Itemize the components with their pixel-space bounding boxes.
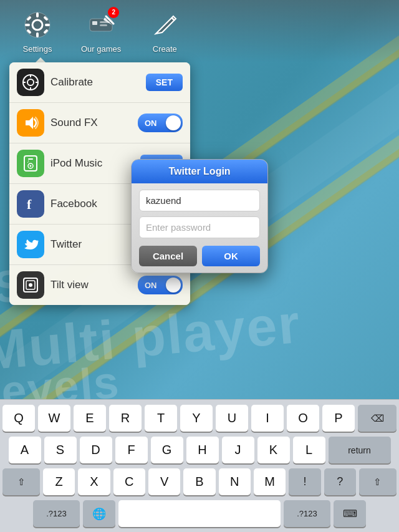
svg-point-35 [29,283,32,287]
keyboard-hide-key[interactable]: ⌨ [334,500,366,527]
key-g[interactable]: G [151,437,183,463]
settings-icon [22,9,53,41]
username-input[interactable] [139,190,260,211]
key-z[interactable]: Z [43,468,75,495]
sound-label: Sound FX [50,117,132,129]
svg-text:♪: ♪ [27,158,29,164]
settings-row-sound: Sound FX ON [9,103,190,143]
create-icon [149,9,180,41]
svg-rect-13 [100,24,107,26]
dialog-title-bar: Twitter Login [132,160,267,183]
twitter-label: Twitter [50,238,132,251]
ipod-label: iPod Music [50,157,134,170]
key-y[interactable]: Y [180,405,213,432]
dialog-title: Twitter Login [168,166,230,177]
svg-marker-24 [26,117,33,129]
tilt-toggle[interactable]: ON [138,276,183,294]
our-games-icon: 2 [85,9,117,41]
key-s[interactable]: S [44,437,77,463]
badge: 2 [108,7,119,18]
sound-icon [17,109,44,137]
keyboard-row-2: A S D F G H J K L return [2,437,397,463]
tilt-toggle-label: ON [145,281,157,290]
tilt-toggle-thumb [166,278,181,293]
svg-text:f: f [27,196,32,212]
sound-toggle[interactable]: ON [138,114,183,132]
exclamation-key[interactable]: ! [289,468,320,495]
svg-rect-3 [36,32,39,37]
return-key[interactable]: return [329,437,391,463]
cancel-button[interactable]: Cancel [139,246,197,266]
shift-key-right[interactable]: ⇧ [359,468,397,495]
backspace-key[interactable]: ⌫ [358,405,397,432]
ipod-icon: ♪ [17,150,44,177]
key-o[interactable]: O [287,405,319,432]
key-r[interactable]: R [109,405,142,432]
twitter-icon [17,231,44,258]
key-i[interactable]: I [251,405,284,432]
svg-point-28 [30,165,32,167]
facebook-label: Facebook [50,198,132,210]
key-m[interactable]: M [254,468,286,495]
calibrate-icon [17,69,44,96]
globe-key[interactable]: 🌐 [83,500,115,527]
question-key[interactable]: ? [324,468,356,495]
key-x[interactable]: X [78,468,110,495]
key-q[interactable]: Q [2,405,35,432]
dialog-body: Cancel OK [132,183,267,273]
key-l[interactable]: L [293,437,325,463]
sound-toggle-thumb [166,115,181,130]
num-key-left[interactable]: .?123 [33,500,80,527]
keyboard: Q W E R T Y U I O P ⌫ A S D F G H J K L … [0,399,399,532]
num-key-right[interactable]: .?123 [284,500,330,527]
svg-rect-5 [45,24,50,26]
key-c[interactable]: C [113,468,145,495]
calibrate-set-button[interactable]: SET [146,74,183,91]
our-games-label: Our games [81,44,121,54]
ok-button[interactable]: OK [202,246,260,266]
key-d[interactable]: D [80,437,112,463]
twitter-dialog: Twitter Login Cancel OK [131,159,268,273]
tilt-label: Tilt view [50,279,132,291]
nav-create[interactable]: Create [146,9,183,54]
key-e[interactable]: E [74,405,106,432]
space-key[interactable] [118,500,281,527]
sound-toggle-label: ON [145,118,157,128]
key-j[interactable]: J [222,437,254,463]
nav-our-games[interactable]: 2 Our games [81,9,121,54]
facebook-icon: f [17,190,44,218]
nav-settings[interactable]: Settings [19,9,56,54]
key-a[interactable]: A [9,437,41,463]
key-h[interactable]: H [186,437,219,463]
key-n[interactable]: N [219,468,251,495]
settings-label: Settings [23,44,52,54]
key-f[interactable]: F [115,437,148,463]
keyboard-row-3: ⇧ Z X C V B N M ! ? ⇧ [2,468,397,495]
key-t[interactable]: T [145,405,177,432]
tilt-icon [17,271,44,299]
key-k[interactable]: K [257,437,290,463]
key-v[interactable]: V [148,468,180,495]
key-w[interactable]: W [38,405,70,432]
key-b[interactable]: B [183,468,215,495]
key-u[interactable]: U [216,405,248,432]
settings-row-calibrate: Calibrate SET [9,62,190,103]
dialog-buttons: Cancel OK [139,246,260,266]
create-label: Create [153,44,177,54]
svg-point-19 [27,79,34,85]
password-input[interactable] [139,216,260,238]
keyboard-row-1: Q W E R T Y U I O P ⌫ [2,405,397,432]
top-nav: Settings 2 Our games Crea [0,0,399,62]
calibrate-label: Calibrate [50,76,140,89]
key-p[interactable]: P [322,405,355,432]
keyboard-row-4: .?123 🌐 .?123 ⌨ [2,500,397,527]
svg-rect-11 [92,21,97,25]
svg-rect-4 [25,24,30,26]
svg-rect-2 [36,12,39,17]
shift-key[interactable]: ⇧ [2,468,40,495]
